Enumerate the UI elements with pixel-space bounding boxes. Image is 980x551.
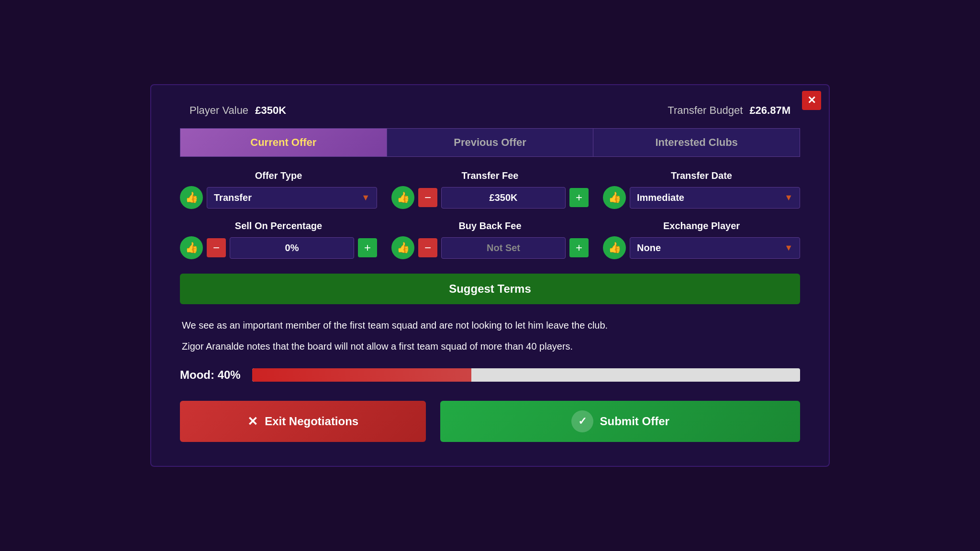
transfer-fee-label: Transfer Fee [391, 170, 589, 181]
mood-section: Mood: 40% [180, 368, 800, 382]
offer-type-group: Offer Type 👍 Transfer ▼ [180, 170, 377, 209]
sell-on-thumb-btn[interactable]: 👍 [180, 236, 203, 259]
sell-on-value[interactable]: 0% [230, 237, 354, 259]
transfer-fee-thumb-btn[interactable]: 👍 [391, 186, 414, 209]
buy-back-thumb-btn[interactable]: 👍 [391, 236, 414, 259]
tab-previous-offer[interactable]: Previous Offer [387, 129, 594, 156]
offer-type-arrow: ▼ [361, 193, 370, 203]
tab-interested-clubs[interactable]: Interested Clubs [593, 129, 800, 156]
transfer-fee-minus[interactable]: − [418, 188, 437, 207]
transfer-date-control: 👍 Immediate ▼ [603, 186, 800, 209]
transfer-fee-group: Transfer Fee 👍 − £350K + [391, 170, 589, 209]
transfer-date-label: Transfer Date [603, 170, 800, 181]
transfer-fee-value[interactable]: £350K [441, 187, 566, 209]
buy-back-minus[interactable]: − [418, 238, 437, 257]
tab-current-offer[interactable]: Current Offer [180, 129, 387, 156]
exit-negotiations-button[interactable]: ✕ Exit Negotiations [180, 401, 426, 442]
sell-on-minus[interactable]: − [207, 238, 226, 257]
mood-bar-fill [252, 368, 471, 382]
transfer-budget-info: Transfer Budget £26.87M [668, 104, 791, 117]
exchange-player-control: 👍 None ▼ [603, 236, 800, 259]
transfer-fee-plus[interactable]: + [569, 188, 589, 207]
transfer-fee-control: 👍 − £350K + [391, 186, 589, 209]
player-info-row: Player Value £350K Transfer Budget £26.8… [180, 104, 800, 117]
mood-bar-container [252, 368, 800, 382]
buy-back-value[interactable]: Not Set [441, 237, 566, 259]
sell-on-plus[interactable]: + [358, 238, 377, 257]
exchange-player-dropdown[interactable]: None ▼ [630, 237, 800, 259]
transfer-date-dropdown[interactable]: Immediate ▼ [630, 187, 800, 209]
offer-type-dropdown[interactable]: Transfer ▼ [207, 187, 377, 209]
exchange-player-thumb-btn[interactable]: 👍 [603, 236, 626, 259]
offer-type-label: Offer Type [180, 170, 377, 181]
sell-on-label: Sell On Percentage [180, 220, 377, 231]
transfer-date-group: Transfer Date 👍 Immediate ▼ [603, 170, 800, 209]
bottom-buttons: ✕ Exit Negotiations ✓ Submit Offer [180, 401, 800, 442]
close-button[interactable]: ✕ [802, 91, 821, 110]
buy-back-label: Buy Back Fee [391, 220, 589, 231]
transfer-date-thumb-btn[interactable]: 👍 [603, 186, 626, 209]
exchange-player-group: Exchange Player 👍 None ▼ [603, 220, 800, 259]
suggest-terms-button[interactable]: Suggest Terms [180, 274, 800, 304]
transfer-date-arrow: ▼ [784, 193, 793, 203]
offer-type-thumb-btn[interactable]: 👍 [180, 186, 203, 209]
exchange-player-arrow: ▼ [784, 243, 793, 253]
tabs-container: Current Offer Previous Offer Interested … [180, 128, 800, 157]
exchange-player-label: Exchange Player [603, 220, 800, 231]
submit-check-icon: ✓ [571, 410, 593, 432]
form-section: Offer Type 👍 Transfer ▼ Transfer Fee 👍 −… [180, 170, 800, 259]
buy-back-plus[interactable]: + [569, 238, 589, 257]
player-value-info: Player Value £350K [189, 104, 286, 117]
sell-on-control: 👍 − 0% + [180, 236, 377, 259]
message-line1: We see as an important member of the fir… [180, 318, 800, 333]
offer-type-control: 👍 Transfer ▼ [180, 186, 377, 209]
sell-on-percentage-group: Sell On Percentage 👍 − 0% + [180, 220, 377, 259]
exit-icon: ✕ [247, 414, 258, 429]
message-line2: Zigor Aranalde notes that the board will… [180, 339, 800, 354]
buy-back-control: 👍 − Not Set + [391, 236, 589, 259]
submit-offer-button[interactable]: ✓ Submit Offer [440, 401, 800, 442]
buy-back-fee-group: Buy Back Fee 👍 − Not Set + [391, 220, 589, 259]
mood-label: Mood: 40% [180, 368, 241, 382]
negotiation-modal: ✕ Player Value £350K Transfer Budget £26… [150, 84, 830, 467]
